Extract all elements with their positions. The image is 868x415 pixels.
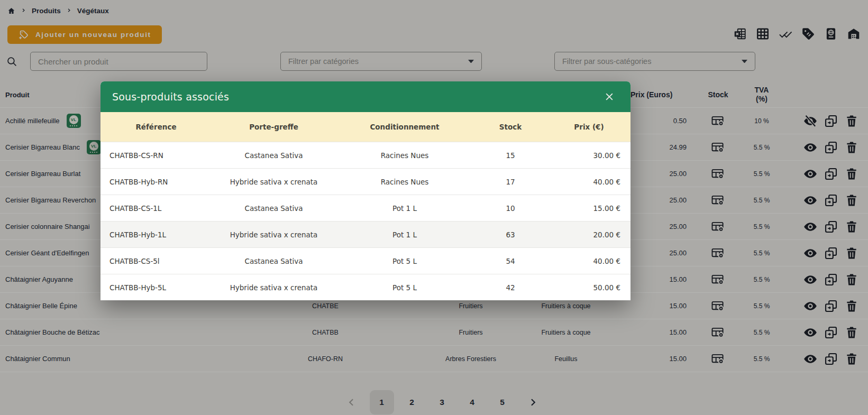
modal-table-body: CHATBB-CS-RN Castanea Sativa Racines Nue… (100, 142, 631, 300)
modal-table-row: CHATBB-CS-RN Castanea Sativa Racines Nue… (100, 142, 631, 168)
subproduct-stock: 42 (473, 283, 547, 292)
subproduct-porte-greffe: Castanea Sativa (212, 204, 336, 213)
subproduct-stock: 17 (473, 178, 547, 186)
subproduct-porte-greffe: Hybride sativa x crenata (212, 178, 336, 186)
subproduct-stock: 63 (473, 230, 547, 239)
subproduct-stock: 15 (473, 151, 547, 160)
modal-header: Sous-produits associés (100, 81, 631, 112)
close-icon[interactable] (604, 91, 615, 102)
modal-table-row: CHATBB-CS-5l Castanea Sativa Pot 5 L 54 … (100, 247, 631, 274)
subproduct-porte-greffe: Hybride sativa x crenata (212, 283, 336, 292)
subproduct-porte-greffe: Castanea Sativa (212, 151, 336, 160)
subproduct-prix: 50.00 € (547, 283, 631, 292)
subproduct-conditionnement: Racines Nues (336, 151, 473, 160)
subproduct-reference: CHATBB-Hyb-1L (100, 230, 212, 239)
subproduct-porte-greffe: Hybride sativa x crenata (212, 230, 336, 239)
subproduct-porte-greffe: Castanea Sativa (212, 257, 336, 265)
subproduct-conditionnement: Pot 1 L (336, 230, 473, 239)
subproduct-reference: CHATBB-CS-1L (100, 204, 212, 213)
modal-header-stock: Stock (473, 123, 547, 131)
subproduct-prix: 40.00 € (547, 257, 631, 265)
subproduct-conditionnement: Pot 5 L (336, 283, 473, 292)
subproduct-reference: CHATBB-Hyb-RN (100, 178, 212, 186)
subproduct-conditionnement: Racines Nues (336, 178, 473, 186)
subproduct-reference: CHATBB-CS-5l (100, 257, 212, 265)
subproduct-conditionnement: Pot 5 L (336, 257, 473, 265)
subproducts-modal: Sous-produits associés Référence Porte-g… (100, 81, 631, 300)
subproduct-prix: 40.00 € (547, 178, 631, 186)
modal-header-porte-greffe: Porte-greffe (212, 123, 336, 131)
modal-table-row: CHATBB-Hyb-1L Hybride sativa x crenata P… (100, 221, 631, 247)
modal-title: Sous-produits associés (112, 91, 229, 103)
modal-header-prix: Prix (€) (547, 123, 631, 131)
subproduct-prix: 30.00 € (547, 151, 631, 160)
modal-table-row: CHATBB-Hyb-5L Hybride sativa x crenata P… (100, 274, 631, 300)
modal-header-reference: Référence (100, 123, 212, 131)
subproduct-reference: CHATBB-CS-RN (100, 151, 212, 160)
modal-header-conditionnement: Conditionnement (336, 123, 473, 131)
subproduct-stock: 54 (473, 257, 547, 265)
subproduct-prix: 20.00 € (547, 230, 631, 239)
subproduct-prix: 15.00 € (547, 204, 631, 213)
subproduct-stock: 10 (473, 204, 547, 213)
modal-table-row: CHATBB-CS-1L Castanea Sativa Pot 1 L 10 … (100, 195, 631, 221)
modal-table-row: CHATBB-Hyb-RN Hybride sativa x crenata R… (100, 168, 631, 195)
modal-table-header: Référence Porte-greffe Conditionnement S… (100, 112, 631, 142)
subproduct-reference: CHATBB-Hyb-5L (100, 283, 212, 292)
subproduct-conditionnement: Pot 1 L (336, 204, 473, 213)
